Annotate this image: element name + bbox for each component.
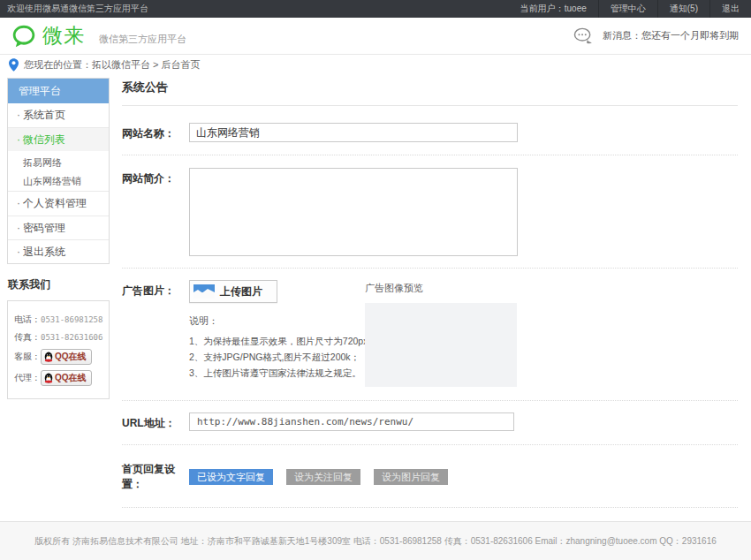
qq-online-button-agent[interactable]: QQ在线 [41,370,92,386]
page: 欢迎使用微易通微信第三方应用平台 当前用户：tuoee 管理中心 通知(5) 退… [0,0,751,560]
message-bubble-icon [573,27,594,45]
bullet-icon: · [17,133,20,146]
phone-value: 0531-86981258 [41,315,102,324]
bullet-icon: · [17,109,20,121]
sidebar-subitem-label: 拓易网络 [23,157,62,168]
upload-button-label: 上传图片 [220,284,262,299]
logo-subtitle: 微信第三方应用平台 [99,33,186,46]
separator [122,155,738,155]
ad-image-label: 广告图片： [122,280,189,393]
url-input[interactable] [189,412,514,431]
logout-link[interactable]: 退出 [709,0,751,18]
sidebar-item-label: 个人资料管理 [23,197,87,209]
logo-bubble-icon [11,24,36,49]
breadcrumb-text: 您现在的位置：拓以微信平台 > 后台首页 [24,58,201,72]
separator [122,400,738,401]
welcome-text: 欢迎使用微易通微信第三方应用平台 [0,0,148,18]
fax-label: 传真： [14,331,41,344]
footer-copyright: 版权所有 济南拓易信息技术有限公司 地址：济南市和平路诚基新天地1号楼309室 … [0,522,751,548]
bullet-icon: · [17,246,20,258]
sidebar-item-password[interactable]: ·密码管理 [8,216,109,239]
sidebar: 管理平台 ·系统首页 ·微信列表 拓易网络 山东网络营销 ·个人资料管理 ·密码… [7,78,110,399]
ad-image-row: 广告图片： 上传图片 说明： 1、为保持最佳显示效果，图片尺寸为720px*40… [122,280,738,393]
content-area: 管理平台 ·系统首页 ·微信列表 拓易网络 山东网络营销 ·个人资料管理 ·密码… [0,74,751,521]
reply-follow-button[interactable]: 设为关注回复 [286,469,360,485]
sidebar-item-system-home[interactable]: ·系统首页 [8,103,109,127]
admin-center-link[interactable]: 管理中心 [598,0,657,18]
bullet-icon: · [17,197,20,209]
contact-title: 联系我们 [8,277,110,292]
location-pin-icon [9,58,19,72]
logo[interactable]: 微来 微信第三方应用平台 [0,22,186,49]
breadcrumb: 您现在的位置：拓以微信平台 > 后台首页 [0,55,751,74]
site-intro-label: 网站简介： [122,168,189,256]
notifications-link[interactable]: 通知(5) [657,0,709,18]
ad-preview: 广告图像预览 [365,282,517,387]
contact-fax-row: 传真： 0531-82631606 [14,331,109,344]
qq-online-label: QQ在线 [55,372,87,384]
sidebar-item-wechat-list[interactable]: ·微信列表 [8,127,109,151]
service-label: 客服： [14,351,41,363]
current-user: 当前用户：tuoee [509,0,598,18]
qq-online-label: QQ在线 [55,351,87,363]
separator [122,268,738,269]
agent-label: 代理： [14,372,41,384]
upload-image-button[interactable]: 上传图片 [189,280,277,303]
sidebar-item-label: 微信列表 [23,133,65,146]
fax-value: 0531-82631606 [41,333,102,342]
image-thumbnail-icon [193,284,215,299]
sidebar-item-profile[interactable]: ·个人资料管理 [8,192,109,216]
sidebar-subitem-label: 山东网络营销 [23,176,81,186]
sidebar-item-exit[interactable]: ·退出系统 [8,239,109,263]
reply-settings-label: 首页回复设置： [122,462,189,492]
site-name-row: 网站名称： [122,123,738,142]
qq-penguin-icon [44,352,53,362]
separator [122,444,738,445]
url-label: URL地址： [122,412,189,431]
url-row: URL地址： [122,412,738,431]
sidebar-menu: 管理平台 ·系统首页 ·微信列表 拓易网络 山东网络营销 ·个人资料管理 ·密码… [7,78,110,264]
reply-settings-row: 首页回复设置： 已设为文字回复 设为关注回复 设为图片回复 [122,462,738,492]
sidebar-item-label: 系统首页 [23,109,65,121]
sidebar-subitem-shandong-marketing[interactable]: 山东网络营销 [8,171,109,192]
site-intro-textarea[interactable] [189,168,518,256]
page-title: 系统公告 [122,79,738,106]
footer: 版权所有 济南拓易信息技术有限公司 地址：济南市和平路诚基新天地1号楼309室 … [0,521,751,560]
contact-phone-row: 电话： 0531-86981258 [14,314,109,326]
ad-preview-label: 广告图像预览 [365,282,517,295]
new-message-text: 新消息：您还有一个月即将到期 [603,29,739,42]
top-bar-menu: 当前用户：tuoee 管理中心 通知(5) 退出 [509,0,751,18]
reply-image-button[interactable]: 设为图片回复 [374,469,448,485]
site-name-input[interactable] [189,123,518,142]
header: 微来 微信第三方应用平台 新消息：您还有一个月即将到期 [0,18,751,55]
header-message[interactable]: 新消息：您还有一个月即将到期 [573,27,751,45]
contact-box: 电话： 0531-86981258 传真： 0531-82631606 客服： [7,300,110,399]
sidebar-menu-title: 管理平台 [8,79,109,103]
main-panel: 系统公告 网站名称： 网站简介： 广告图片： [122,79,738,544]
separator [122,507,738,508]
top-bar: 欢迎使用微易通微信第三方应用平台 当前用户：tuoee 管理中心 通知(5) 退… [0,0,751,18]
site-intro-row: 网站简介： [122,168,738,256]
contact-agent-row: 代理： QQ在线 [14,370,109,386]
phone-label: 电话： [14,314,41,326]
reply-text-button[interactable]: 已设为文字回复 [189,469,273,485]
qq-online-button-service[interactable]: QQ在线 [41,349,92,365]
logo-text: 微来 [42,22,85,49]
bullet-icon: · [17,222,20,234]
site-name-label: 网站名称： [122,123,189,142]
sidebar-item-label: 退出系统 [23,246,65,258]
contact-service-row: 客服： QQ在线 [14,349,109,365]
qq-penguin-icon [44,373,53,383]
sidebar-subitem-tuoyi-network[interactable]: 拓易网络 [8,151,109,171]
ad-preview-placeholder [365,303,517,387]
sidebar-item-label: 密码管理 [23,222,65,234]
